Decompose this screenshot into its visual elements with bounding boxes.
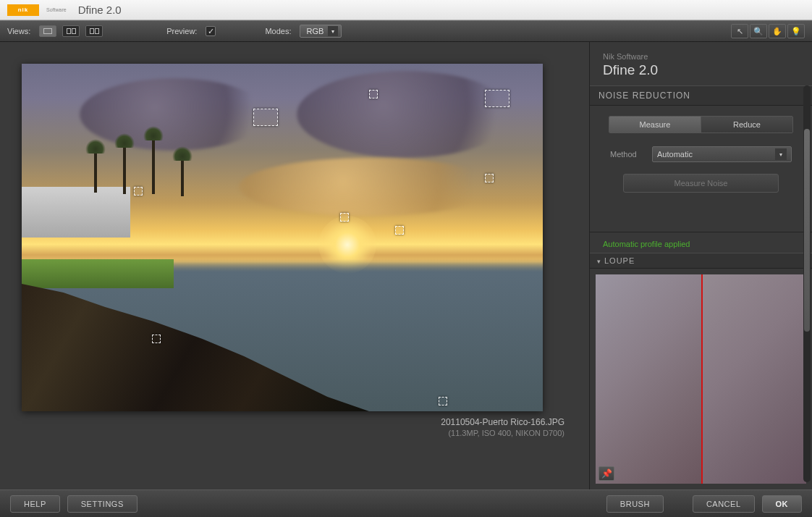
- method-row: Method Automatic ▾: [601, 146, 800, 174]
- noise-reduction-header: NOISE REDUCTION: [590, 85, 812, 106]
- pointer-icon: ↖: [737, 27, 743, 36]
- loupe-view[interactable]: 📌: [596, 274, 806, 484]
- measure-noise-button[interactable]: Measure Noise: [623, 174, 779, 193]
- zoom-tool-button[interactable]: 🔍: [750, 24, 767, 38]
- image-cloud: [80, 78, 268, 151]
- loupe-after: [701, 274, 807, 484]
- brush-button[interactable]: BRUSH: [606, 495, 664, 513]
- corner-marker[interactable]: [485, 90, 509, 107]
- side-scrollbar-thumb[interactable]: [804, 129, 810, 332]
- ok-button[interactable]: OK: [762, 495, 803, 513]
- measure-reduce-tabs: Measure Reduce: [609, 116, 793, 133]
- image-building: [22, 187, 130, 238]
- window-title: Dfine 2.0: [78, 4, 122, 16]
- magnifier-icon: 🔍: [753, 27, 764, 36]
- hand-tool-button[interactable]: ✋: [769, 24, 786, 38]
- toolbar: Views: Preview: ✓ Modes: RGB ▾ ↖ 🔍 ✋ 💡: [0, 20, 812, 42]
- triangle-down-icon: ▾: [597, 258, 601, 265]
- method-value: Automatic: [657, 150, 693, 159]
- noise-reduction-body: Measure Reduce Method Automatic ▾ Measur…: [590, 106, 812, 203]
- sample-marker[interactable]: [439, 397, 447, 405]
- modes-label: Modes:: [265, 27, 291, 35]
- image-palm: [152, 136, 155, 194]
- background-tool-button[interactable]: 💡: [787, 24, 805, 38]
- image-details: (11.3MP, ISO 400, NIKON D700): [22, 429, 564, 437]
- view-single-button[interactable]: [39, 25, 56, 37]
- image-grass: [22, 259, 174, 288]
- image-filename: 20110504-Puerto Rico-166.JPG: [22, 417, 564, 427]
- brand-sub: Software: [46, 7, 67, 12]
- brand-product: Dfine 2.0: [603, 62, 799, 78]
- loupe-pin-button[interactable]: 📌: [599, 466, 614, 481]
- cancel-button[interactable]: CANCEL: [693, 495, 755, 513]
- side-scrollbar[interactable]: [803, 85, 811, 482]
- side-panel: Nik Software Dfine 2.0 NOISE REDUCTION M…: [589, 42, 812, 489]
- views-label: Views:: [7, 27, 30, 35]
- pin-icon: 📌: [601, 468, 612, 479]
- loupe-header[interactable]: ▾LOUPE: [590, 253, 812, 269]
- view-split-horiz-icon: [90, 28, 99, 34]
- sample-marker[interactable]: [134, 187, 143, 196]
- loupe-before: [596, 274, 701, 484]
- pointer-tool-button[interactable]: ↖: [731, 24, 748, 38]
- chevron-down-icon: ▾: [775, 148, 787, 160]
- window-titlebar: nik Software Dfine 2.0: [0, 0, 812, 20]
- view-split-vert-icon: [67, 28, 76, 34]
- panel-brand: Nik Software Dfine 2.0: [590, 42, 812, 85]
- sample-box-marker[interactable]: [253, 109, 278, 126]
- sample-marker[interactable]: [395, 226, 404, 235]
- preview-checkbox[interactable]: ✓: [206, 26, 216, 36]
- status-message: Automatic profile applied: [590, 232, 812, 253]
- view-split-horiz-button[interactable]: [85, 25, 103, 37]
- chevron-down-icon: ▾: [328, 26, 338, 36]
- image-cloud: [239, 158, 499, 216]
- sample-marker[interactable]: [340, 213, 349, 222]
- sample-marker[interactable]: [485, 174, 494, 182]
- mode-select[interactable]: RGB ▾: [300, 25, 342, 38]
- hand-icon: ✋: [772, 27, 782, 36]
- main-area: 20110504-Puerto Rico-166.JPG (11.3MP, IS…: [0, 42, 812, 489]
- brand-company: Nik Software: [603, 52, 799, 61]
- image-meta: 20110504-Puerto Rico-166.JPG (11.3MP, IS…: [22, 417, 564, 437]
- image-palm: [123, 143, 126, 194]
- view-single-icon: [43, 28, 52, 34]
- loupe-divider[interactable]: [701, 274, 703, 484]
- footer: HELP SETTINGS BRUSH CANCEL OK: [0, 489, 812, 517]
- image-pane: 20110504-Puerto Rico-166.JPG (11.3MP, IS…: [0, 42, 589, 489]
- mode-value: RGB: [306, 27, 323, 35]
- method-select[interactable]: Automatic ▾: [652, 146, 792, 162]
- sample-marker[interactable]: [369, 90, 378, 98]
- image-cloud: [297, 71, 514, 158]
- method-label: Method: [610, 150, 645, 159]
- help-button[interactable]: HELP: [10, 495, 60, 513]
- brand-logo: nik: [7, 4, 39, 16]
- lightbulb-icon: 💡: [791, 27, 801, 36]
- image-palm: [94, 149, 97, 193]
- tab-measure[interactable]: Measure: [609, 117, 701, 133]
- tab-reduce[interactable]: Reduce: [701, 117, 792, 133]
- preview-label: Preview:: [166, 27, 197, 35]
- sample-marker[interactable]: [152, 335, 161, 343]
- loupe-title: LOUPE: [604, 256, 635, 265]
- view-split-vert-button[interactable]: [62, 25, 80, 37]
- image-canvas[interactable]: [22, 64, 543, 411]
- settings-button[interactable]: SETTINGS: [67, 495, 138, 513]
- image-palm: [181, 156, 184, 196]
